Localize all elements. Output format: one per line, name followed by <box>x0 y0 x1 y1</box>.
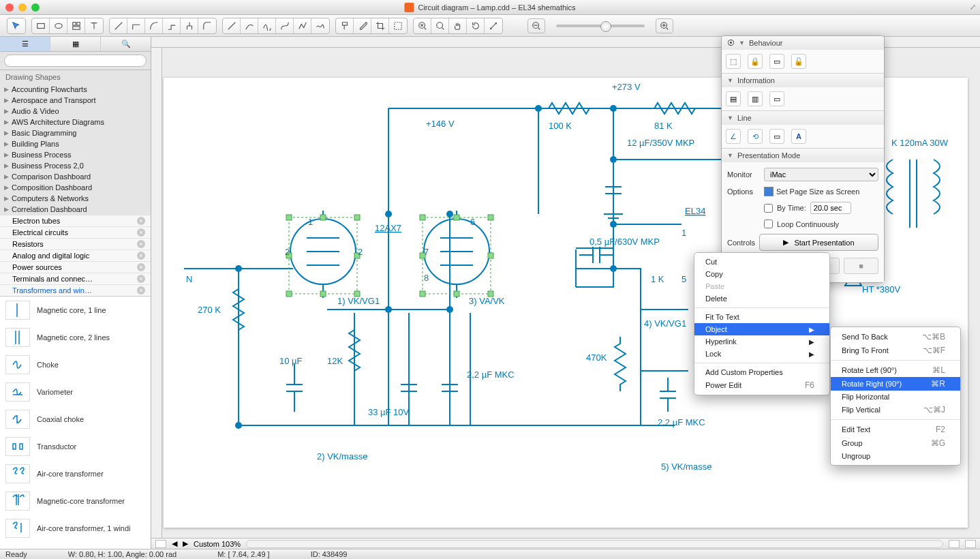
category-item[interactable]: ▶Audio & Video <box>0 106 151 117</box>
lib-view-grid[interactable]: ▦ <box>50 37 101 51</box>
fullscreen-icon[interactable]: ⤢ <box>970 3 976 12</box>
category-item[interactable]: ▶Correlation Dashboard <box>0 204 151 215</box>
monitor-select[interactable]: iMac <box>764 168 878 181</box>
library-item[interactable]: Resistors× <box>0 238 151 250</box>
zoom-level[interactable]: Custom 103% <box>194 540 241 548</box>
zoom-tool[interactable] <box>431 18 449 33</box>
shape-item[interactable]: Magnetic core, 1 line <box>0 297 151 324</box>
zoom-window-btn[interactable] <box>31 3 40 12</box>
line-fill-icon[interactable]: ▭ <box>769 129 784 144</box>
menu-item[interactable]: Flip Vertical⌥⌘J <box>831 403 960 417</box>
crop-tool[interactable] <box>371 18 389 33</box>
zoom-out[interactable] <box>527 18 545 33</box>
menu-item[interactable]: Group⌘G <box>831 436 960 450</box>
shape-item[interactable]: Air-core transformer <box>0 460 151 487</box>
sec-behaviour[interactable]: Behaviour <box>749 39 783 47</box>
library-item[interactable]: Terminals and connec…× <box>0 273 151 284</box>
behaviour-icon-3[interactable]: ▭ <box>769 54 784 69</box>
bytime-check[interactable] <box>764 204 773 213</box>
loop-check[interactable] <box>764 220 773 228</box>
eyedropper-tool[interactable] <box>354 18 371 33</box>
library-item[interactable]: Power sources× <box>0 261 151 273</box>
shape-item[interactable]: Magnetic-core transformer <box>0 487 151 515</box>
h-scroll[interactable] <box>246 540 943 548</box>
close-icon[interactable]: × <box>137 252 145 260</box>
menu-item[interactable]: Ungroup <box>831 450 960 462</box>
close-icon[interactable]: × <box>137 286 145 294</box>
text-tool[interactable] <box>85 18 103 33</box>
menu-item[interactable]: Rotate Right (90°)⌘R <box>831 377 960 391</box>
menu-item[interactable]: Fit To Text <box>694 311 829 323</box>
line-style-icon[interactable]: ∠ <box>726 129 741 144</box>
inspector-panel[interactable]: ⦿▼Behaviour ⬚ 🔒 ▭ 🔓 ▼Information ▤ ▥ ▭ ▼… <box>721 35 885 283</box>
shape-item[interactable]: Magnetic core, 2 lines <box>0 324 151 351</box>
menu-item[interactable]: Send To Back⌥⌘B <box>831 330 960 344</box>
format-painter[interactable] <box>336 18 354 33</box>
layout-tool[interactable] <box>67 18 85 33</box>
minimize-window-btn[interactable] <box>18 3 27 12</box>
sec-information[interactable]: Information <box>737 76 775 85</box>
line-end-icon[interactable]: ⟲ <box>748 129 763 144</box>
freehand-tool[interactable] <box>311 18 329 33</box>
library-item[interactable]: Electrical circuits× <box>0 226 151 238</box>
menu-item[interactable]: Cut <box>694 256 829 268</box>
page-tab-1[interactable] <box>155 540 166 548</box>
shape-item[interactable]: Air-core transformer, 1 windi <box>0 515 151 542</box>
zoom-in[interactable] <box>656 18 673 33</box>
library-search[interactable] <box>4 55 147 67</box>
view-mode-1[interactable] <box>949 540 960 548</box>
conn-curved[interactable] <box>145 18 163 33</box>
hand-tool[interactable] <box>449 18 467 33</box>
menu-item[interactable]: Copy <box>694 268 829 280</box>
unlock-icon[interactable]: 🔓 <box>791 54 806 69</box>
opt-pagesize[interactable]: Set Page Size as Screen <box>776 187 859 196</box>
line-tool[interactable] <box>223 18 241 33</box>
category-item[interactable]: ▶Computers & Networks <box>0 193 151 204</box>
spline-tool[interactable] <box>258 18 276 33</box>
close-window-btn[interactable] <box>5 3 14 12</box>
lib-view-search[interactable]: 🔍 <box>101 37 151 51</box>
close-icon[interactable]: × <box>137 263 145 271</box>
shape-item[interactable]: Choke <box>0 351 151 378</box>
category-item[interactable]: ▶Business Process <box>0 149 151 160</box>
category-item[interactable]: ▶Basic Diagramming <box>0 127 151 138</box>
category-item[interactable]: ▶Accounting Flowcharts <box>0 84 151 95</box>
shape-item[interactable]: Transductor <box>0 433 151 460</box>
library-item[interactable]: Electron tubes× <box>0 215 151 226</box>
close-icon[interactable]: × <box>137 217 145 225</box>
edit-points[interactable] <box>485 18 502 33</box>
rotate-tool[interactable] <box>467 18 485 33</box>
canvas[interactable]: +146 V +273 V 100 K 81 K 12 µF/350V MKP … <box>151 37 980 549</box>
region-tool[interactable] <box>389 18 407 33</box>
view-mode-2[interactable] <box>965 540 976 548</box>
rect-tool[interactable] <box>32 18 50 33</box>
info-icon-1[interactable]: ▤ <box>726 91 741 106</box>
conn-ortho[interactable] <box>127 18 145 33</box>
bezier-tool[interactable] <box>276 18 294 33</box>
conn-step[interactable] <box>163 18 181 33</box>
pres-stop[interactable]: ■ <box>844 258 878 274</box>
menu-item[interactable]: Edit TextF2 <box>831 423 960 436</box>
shape-item[interactable]: Coaxial choke <box>0 406 151 433</box>
menu-item[interactable]: Lock▶ <box>694 348 829 360</box>
pointer-tool[interactable] <box>7 18 25 33</box>
info-icon-3[interactable]: ▭ <box>769 91 784 106</box>
menu-item[interactable]: Flip Horizontal <box>831 391 960 403</box>
category-item[interactable]: ▶AWS Architecture Diagrams <box>0 117 151 127</box>
category-item[interactable]: ▶Business Process 2,0 <box>0 160 151 171</box>
behaviour-icon-1[interactable]: ⬚ <box>726 54 741 69</box>
category-item[interactable]: ▶Composition Dashboard <box>0 182 151 193</box>
category-item[interactable]: ▶Building Plans <box>0 138 151 149</box>
sec-line[interactable]: Line <box>737 114 752 122</box>
lib-view-tree[interactable]: ☰ <box>0 37 50 51</box>
zoom-slider[interactable] <box>556 25 645 27</box>
menu-item[interactable]: Object▶ <box>694 323 829 335</box>
category-item[interactable]: ▶Comparison Dashboard <box>0 171 151 182</box>
menu-item[interactable]: Rotate Left (90°)⌘L <box>831 363 960 377</box>
close-icon[interactable]: × <box>137 228 145 237</box>
conn-direct[interactable] <box>110 18 127 33</box>
ellipse-tool[interactable] <box>50 18 67 33</box>
sec-presentation[interactable]: Presentation Mode <box>737 151 800 160</box>
library-item[interactable]: Transformers and win…× <box>0 284 151 296</box>
close-icon[interactable]: × <box>137 240 145 248</box>
